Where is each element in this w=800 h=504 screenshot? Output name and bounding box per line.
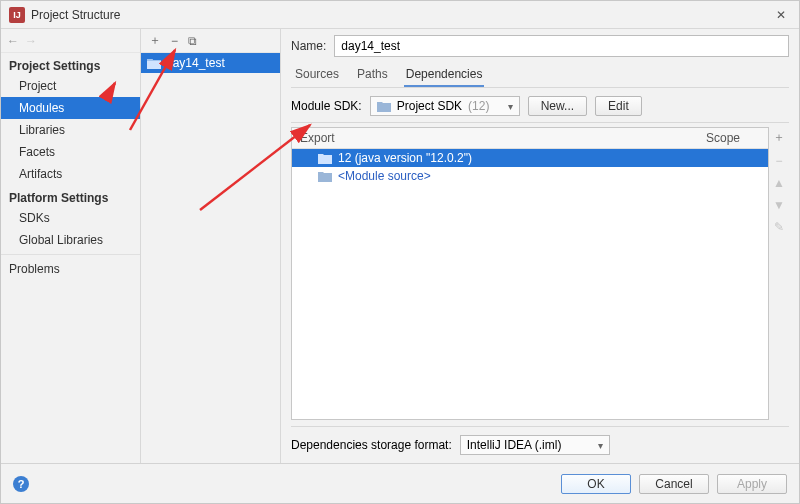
apply-button: Apply <box>717 474 787 494</box>
add-module-icon[interactable]: ＋ <box>149 32 161 49</box>
module-list-panel: ＋ − ⧉ day14_test <box>141 29 281 463</box>
module-tabs: Sources Paths Dependencies <box>291 63 789 88</box>
module-item-label: day14_test <box>166 56 225 70</box>
app-icon: IJ <box>9 7 25 23</box>
move-up-icon: ▲ <box>773 176 785 190</box>
close-icon[interactable]: ✕ <box>771 8 791 22</box>
dep-row-jdk[interactable]: 12 (java version "12.0.2") <box>292 149 768 167</box>
new-sdk-button[interactable]: New... <box>528 96 587 116</box>
deps-side-buttons: ＋ − ▲ ▼ ✎ <box>769 127 789 420</box>
col-scope: Scope <box>698 128 768 148</box>
titlebar: IJ Project Structure ✕ <box>1 1 799 29</box>
folder-icon <box>318 153 332 164</box>
remove-dep-icon: − <box>775 154 782 168</box>
project-structure-dialog: IJ Project Structure ✕ ← → Project Setti… <box>0 0 800 504</box>
tab-paths[interactable]: Paths <box>355 63 390 87</box>
dep-label: 12 (java version "12.0.2") <box>338 151 762 165</box>
name-field[interactable] <box>334 35 789 57</box>
name-label: Name: <box>291 39 326 53</box>
tab-dependencies[interactable]: Dependencies <box>404 63 485 87</box>
module-sdk-label: Module SDK: <box>291 99 362 113</box>
window-title: Project Structure <box>31 8 771 22</box>
dialog-footer: ? OK Cancel Apply <box>1 463 799 503</box>
add-dep-icon[interactable]: ＋ <box>773 129 785 146</box>
left-nav: ← → Project Settings Project Modules Lib… <box>1 29 141 463</box>
edit-sdk-button[interactable]: Edit <box>595 96 642 116</box>
sdk-version: (12) <box>468 99 489 113</box>
tab-sources[interactable]: Sources <box>293 63 341 87</box>
nav-artifacts[interactable]: Artifacts <box>1 163 140 185</box>
dependencies-table: Export Scope 12 (java version "12.0.2") <box>291 127 769 420</box>
folder-icon <box>377 101 391 112</box>
dep-label: <Module source> <box>338 169 762 183</box>
module-item-day14-test[interactable]: day14_test <box>141 53 280 73</box>
dep-row-module-source[interactable]: <Module source> <box>292 167 768 185</box>
nav-history: ← → <box>1 29 140 53</box>
storage-value: IntelliJ IDEA (.iml) <box>467 438 562 452</box>
deps-header: Export Scope <box>292 128 768 149</box>
ok-button[interactable]: OK <box>561 474 631 494</box>
folder-icon <box>318 171 332 182</box>
dialog-body: ← → Project Settings Project Modules Lib… <box>1 29 799 463</box>
section-project-settings: Project Settings <box>1 53 140 75</box>
dependencies-area: Export Scope 12 (java version "12.0.2") <box>291 127 789 420</box>
folder-icon <box>147 58 161 69</box>
edit-dep-icon: ✎ <box>774 220 784 234</box>
name-row: Name: <box>291 35 789 57</box>
chevron-down-icon: ▾ <box>598 440 603 451</box>
nav-facets[interactable]: Facets <box>1 141 140 163</box>
storage-format-combo[interactable]: IntelliJ IDEA (.iml) ▾ <box>460 435 610 455</box>
sdk-row: Module SDK: Project SDK (12) ▾ New... Ed… <box>291 88 789 123</box>
move-down-icon: ▼ <box>773 198 785 212</box>
nav-problems[interactable]: Problems <box>1 258 140 280</box>
module-list: day14_test <box>141 53 280 463</box>
storage-row: Dependencies storage format: IntelliJ ID… <box>291 426 789 463</box>
col-export: Export <box>292 128 698 148</box>
nav-project[interactable]: Project <box>1 75 140 97</box>
back-icon[interactable]: ← <box>7 34 19 48</box>
module-sdk-combo[interactable]: Project SDK (12) ▾ <box>370 96 520 116</box>
nav-modules[interactable]: Modules <box>1 97 140 119</box>
module-details: Name: Sources Paths Dependencies Module … <box>281 29 799 463</box>
nav-sdks[interactable]: SDKs <box>1 207 140 229</box>
deps-body: 12 (java version "12.0.2") <Module sourc… <box>292 149 768 419</box>
section-platform-settings: Platform Settings <box>1 185 140 207</box>
remove-module-icon[interactable]: − <box>171 34 178 48</box>
divider <box>1 254 140 255</box>
forward-icon[interactable]: → <box>25 34 37 48</box>
sdk-name: Project SDK <box>397 99 462 113</box>
chevron-down-icon: ▾ <box>508 101 513 112</box>
help-icon[interactable]: ? <box>13 476 29 492</box>
nav-global-libraries[interactable]: Global Libraries <box>1 229 140 251</box>
nav-libraries[interactable]: Libraries <box>1 119 140 141</box>
cancel-button[interactable]: Cancel <box>639 474 709 494</box>
copy-module-icon[interactable]: ⧉ <box>188 34 197 48</box>
storage-label: Dependencies storage format: <box>291 438 452 452</box>
module-toolbar: ＋ − ⧉ <box>141 29 280 53</box>
